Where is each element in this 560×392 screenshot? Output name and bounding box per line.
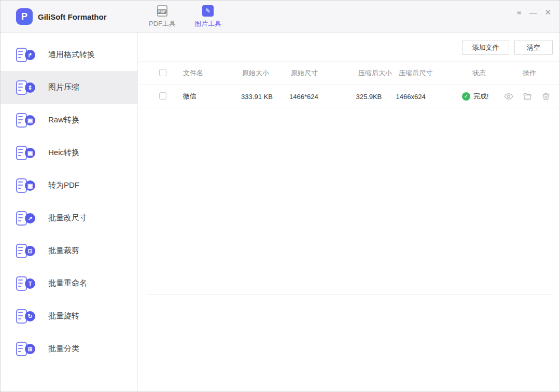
sidebar-item-batch-rename[interactable]: T 批量重命名	[1, 267, 137, 300]
sidebar-item-batch-classify[interactable]: ⊞ 批量分类	[1, 332, 137, 365]
sidebar-item-image-compress[interactable]: ⇕ 图片压缩	[1, 71, 137, 104]
row-checkbox[interactable]	[159, 92, 166, 100]
raw-convert-icon: ▣	[16, 113, 36, 128]
file-table: 文件名 原始大小 原始尺寸 压缩后大小 压缩后尺寸 状态 操作 微信 333.9…	[138, 61, 559, 108]
table-row: 微信 333.91 KB 1466*624 325.9KB 1466x624 ✓…	[138, 85, 559, 108]
sidebar: ↱ 通用格式转换 ⇕ 图片压缩 ▣ Raw转换 ▣ Heic转换 ▣ 转为PDF…	[1, 33, 138, 391]
app-window: P GiliSoft Formathor PDF PDF工具 ✎ 图片工具 ≡ …	[0, 0, 560, 392]
batch-crop-icon: ⊡	[16, 243, 36, 259]
pdf-badge: PDF	[157, 9, 166, 14]
status-cell: ✓ 完成!	[447, 92, 503, 101]
sidebar-item-batch-resize[interactable]: ↗ 批量改尺寸	[1, 202, 137, 234]
sidebar-item-batch-rotate[interactable]: ↻ 批量旋转	[1, 300, 137, 332]
compressed-dimensions: 1466x624	[396, 93, 447, 101]
window-controls: ≡ — ✕	[517, 7, 551, 18]
row-actions	[503, 91, 551, 102]
app-logo-icon: P	[16, 8, 33, 25]
original-size: 333.91 KB	[241, 93, 289, 101]
topbar: P GiliSoft Formathor PDF PDF工具 ✎ 图片工具 ≡ …	[1, 1, 559, 33]
tab-image-tools[interactable]: ✎ 图片工具	[193, 5, 223, 29]
header-compressed-dimensions: 压缩后尺寸	[399, 68, 451, 78]
add-files-button[interactable]: 添加文件	[462, 40, 509, 55]
app-title: GiliSoft Formathor	[38, 12, 107, 21]
delete-trash-icon[interactable]	[541, 91, 551, 102]
settings-panel: 压缩模式: 自定义 缩小优先 均衡压缩 清晰优先	[138, 294, 559, 391]
sidebar-item-label: 转为PDF	[48, 180, 79, 190]
clear-button[interactable]: 清空	[514, 40, 553, 55]
sidebar-item-label: 通用格式转换	[48, 50, 95, 60]
batch-resize-icon: ↗	[16, 211, 36, 226]
tab-image-label: 图片工具	[194, 19, 221, 29]
heic-convert-icon: ▣	[16, 145, 36, 161]
status-text: 完成!	[473, 92, 489, 101]
sidebar-item-to-pdf[interactable]: ▣ 转为PDF	[1, 169, 137, 202]
sidebar-item-label: Raw转换	[48, 115, 79, 125]
minimize-icon[interactable]: —	[529, 8, 537, 18]
header-compressed-size: 压缩后大小	[358, 68, 399, 78]
header-original-size: 原始大小	[242, 68, 291, 78]
main-area: 添加文件 清空 文件名 原始大小 原始尺寸 压缩后大小 压缩后尺寸 状态 操作 …	[138, 33, 559, 391]
open-folder-icon[interactable]	[522, 91, 533, 102]
brand: P GiliSoft Formathor	[16, 8, 107, 25]
image-compress-icon: ⇕	[16, 80, 36, 95]
image-tools-icon: ✎	[202, 5, 214, 17]
table-header-row: 文件名 原始大小 原始尺寸 压缩后大小 压缩后尺寸 状态 操作	[138, 61, 559, 85]
header-filename: 文件名	[183, 68, 242, 78]
sidebar-item-label: 批量旋转	[48, 311, 79, 321]
sidebar-item-label: 批量重命名	[48, 278, 87, 288]
sidebar-item-label: 图片压缩	[48, 82, 79, 92]
batch-rotate-icon: ↻	[16, 309, 36, 324]
preview-eye-icon[interactable]	[503, 91, 514, 102]
tab-pdf-label: PDF工具	[149, 19, 176, 29]
compressed-size: 325.9KB	[356, 93, 396, 101]
settings-divider	[149, 294, 551, 295]
format-convert-icon: ↱	[16, 47, 36, 63]
sidebar-item-universal-format-convert[interactable]: ↱ 通用格式转换	[1, 38, 137, 71]
sidebar-item-label: 批量改尺寸	[48, 213, 87, 223]
header-actions: 操作	[508, 68, 551, 78]
sidebar-item-label: 批量裁剪	[48, 246, 79, 256]
original-dimensions: 1466*624	[289, 93, 356, 101]
header-status: 状态	[451, 68, 508, 78]
success-check-icon: ✓	[462, 92, 470, 101]
tool-tabs: PDF PDF工具 ✎ 图片工具	[147, 5, 223, 29]
pdf-tools-icon: PDF	[157, 5, 167, 17]
sidebar-item-label: Heic转换	[48, 148, 79, 158]
sidebar-item-batch-crop[interactable]: ⊡ 批量裁剪	[1, 234, 137, 267]
close-icon[interactable]: ✕	[544, 7, 551, 18]
tab-pdf-tools[interactable]: PDF PDF工具	[147, 5, 177, 29]
batch-classify-icon: ⊞	[16, 341, 36, 357]
header-original-dimensions: 原始尺寸	[291, 68, 358, 78]
sidebar-item-heic-convert[interactable]: ▣ Heic转换	[1, 136, 137, 169]
sidebar-item-label: 批量分类	[48, 344, 79, 354]
file-name: 微信	[183, 92, 241, 101]
batch-rename-icon: T	[16, 276, 36, 291]
select-all-checkbox[interactable]	[159, 69, 166, 76]
sidebar-item-raw-convert[interactable]: ▣ Raw转换	[1, 104, 137, 136]
menu-icon[interactable]: ≡	[517, 7, 522, 18]
to-pdf-icon: ▣	[16, 178, 36, 193]
